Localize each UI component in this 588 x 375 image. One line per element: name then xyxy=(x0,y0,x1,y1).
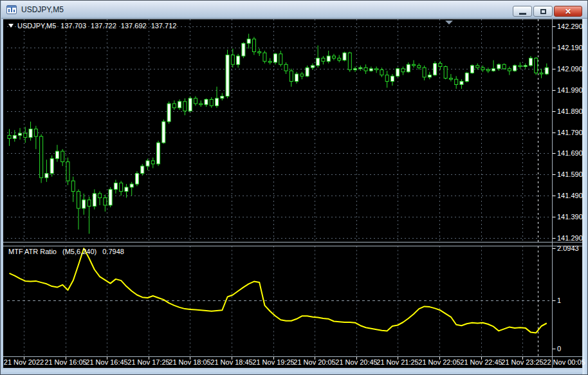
candle-body-bear xyxy=(481,68,484,69)
candle-body-bull xyxy=(311,66,314,68)
candle-body-bear xyxy=(338,58,341,60)
symbol-dropdown-icon xyxy=(8,24,14,28)
candle-body-bear xyxy=(385,75,389,82)
candle-body-bear xyxy=(120,183,123,191)
ohlc-open: 137.703 xyxy=(60,22,86,30)
candle-body-bull xyxy=(146,161,149,166)
chart-shift-marker-icon[interactable] xyxy=(445,21,453,24)
candle-body-bull xyxy=(545,68,548,74)
candle-body-bull xyxy=(529,58,532,66)
candle-body-bull xyxy=(460,82,463,85)
candle-body-bear xyxy=(502,64,506,69)
candle-body-bull xyxy=(513,66,517,71)
candle-body-bull xyxy=(55,151,59,159)
candle-body-bear xyxy=(289,71,293,81)
candle-body-bull xyxy=(205,100,208,105)
candle-body-bear xyxy=(40,136,43,178)
candle-body-bear xyxy=(172,104,176,108)
candle-body-bear xyxy=(77,192,80,208)
candle-body-bull xyxy=(327,56,330,61)
candle-body-bear xyxy=(258,51,261,53)
ohlc-close: 137.712 xyxy=(151,22,177,30)
indicator-value: 0.7948 xyxy=(102,248,124,255)
candle-body-bull xyxy=(237,56,240,64)
candle-body-bull xyxy=(125,187,128,192)
candle-body-bear xyxy=(348,53,351,69)
candle-body-bull xyxy=(45,174,48,178)
candle-body-bull xyxy=(274,54,277,62)
candle-body-bear xyxy=(87,200,91,206)
candle-body-bear xyxy=(540,73,543,74)
candle-body-bear xyxy=(476,66,479,68)
candle-body-bear xyxy=(8,135,11,138)
candle-body-bull xyxy=(162,122,165,143)
candle-body-bull xyxy=(178,102,181,108)
candle-body-bear xyxy=(322,58,325,61)
candle-body-bear xyxy=(364,68,367,71)
candle-body-bull xyxy=(50,159,53,174)
candle-body-bear xyxy=(24,133,27,138)
ohlc-low: 137.692 xyxy=(121,22,147,30)
candle-body-bull xyxy=(434,64,437,75)
candle-body-bear xyxy=(535,58,538,73)
candle-body-bull xyxy=(470,66,473,73)
candle-body-bull xyxy=(354,69,357,70)
candle-body-bear xyxy=(519,66,522,67)
candle-body-bull xyxy=(524,66,527,67)
chart-plot-area[interactable] xyxy=(1,1,588,375)
candle-body-bull xyxy=(295,74,299,82)
candle-body-bull xyxy=(188,98,192,111)
indicator-params: (M5,6,240) xyxy=(62,248,96,255)
candle-body-bear xyxy=(71,181,75,191)
candle-body-bear xyxy=(183,102,187,111)
candle-body-bear xyxy=(423,68,426,77)
candle-body-bull xyxy=(359,68,362,69)
candle-body-bear xyxy=(284,64,288,71)
candle-body-bear xyxy=(300,74,304,76)
indicator-label: MTF ATR Ratio (M5,6,240) 0.7948 xyxy=(8,248,128,255)
candle-body-bear xyxy=(66,162,69,181)
candle-body-bull xyxy=(497,64,501,69)
candle-body-bear xyxy=(151,161,154,164)
candle-body-bull xyxy=(428,75,431,77)
candle-body-bear xyxy=(401,69,405,72)
candle-body-bull xyxy=(135,174,138,184)
candle-body-bull xyxy=(157,143,160,164)
candle-body-bull xyxy=(82,200,86,208)
candle-body-bear xyxy=(455,79,458,84)
candle-body-bear xyxy=(449,78,452,80)
candle-body-bull xyxy=(343,53,346,60)
symbol-name: USDJPY,M5 xyxy=(17,22,56,30)
candle-body-bear xyxy=(34,129,37,137)
candle-body-bull xyxy=(465,73,468,81)
candle-body-bear xyxy=(268,61,271,62)
candle-body-bull xyxy=(130,184,133,187)
candle-body-bear xyxy=(98,194,102,198)
candle-body-bull xyxy=(29,129,32,138)
candle-body-bull xyxy=(226,55,229,96)
candle-body-bear xyxy=(380,69,383,75)
candle-body-bear xyxy=(199,104,203,105)
chart-window: USDJPY,M5 ✕ USDJPY,M5 137.703 137.722 13… xyxy=(0,0,588,375)
candle-body-bull xyxy=(109,189,112,205)
candle-body-bull xyxy=(93,194,96,206)
candle-body-bear xyxy=(418,66,421,68)
candle-body-bull xyxy=(19,133,22,135)
candle-body-bear xyxy=(332,56,335,58)
candle-body-bull xyxy=(390,76,394,81)
candle-body-bull xyxy=(221,96,224,98)
candle-body-bear xyxy=(279,54,282,64)
candle-body-bull xyxy=(216,98,219,106)
candle-body-bear xyxy=(252,39,255,52)
candle-body-bull xyxy=(114,183,117,189)
indicator-name: MTF ATR Ratio xyxy=(8,248,57,255)
candle-body-bear xyxy=(104,197,107,205)
candle-body-bear xyxy=(486,69,490,71)
indicator-line xyxy=(10,248,547,333)
candle-body-bull xyxy=(242,43,245,56)
candle-body-bear xyxy=(444,67,447,78)
candle-body-bear xyxy=(231,55,234,64)
candle-body-bear xyxy=(263,53,266,61)
ohlc-high: 137.722 xyxy=(91,22,116,30)
candle-body-bull xyxy=(247,39,250,44)
